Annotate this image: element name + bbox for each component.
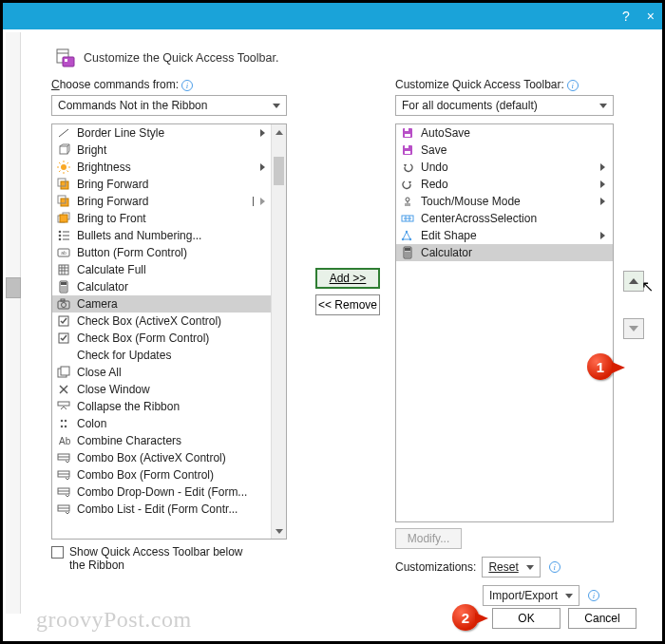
scroll-thumb[interactable]: [274, 157, 284, 185]
list-item-label: Calculate Full: [77, 263, 267, 276]
list-item[interactable]: Check for Updates: [52, 347, 271, 364]
svg-point-95: [408, 254, 410, 256]
list-item[interactable]: [52, 518, 271, 535]
submenu-caret-icon: [260, 129, 265, 137]
colon-icon: [56, 416, 71, 431]
qat-listbox[interactable]: AutoSaveSaveUndoRedoTouch/Mouse ModeCent…: [395, 123, 614, 522]
list-item[interactable]: Save: [396, 142, 613, 159]
close-button[interactable]: ×: [647, 9, 655, 23]
list-item[interactable]: Combo Box (ActiveX Control): [52, 449, 271, 466]
list-item[interactable]: Camera: [52, 295, 271, 313]
help-button[interactable]: ?: [622, 9, 630, 23]
info-icon[interactable]: i: [549, 561, 560, 573]
list-item-label: Border Line Style: [77, 126, 255, 140]
choose-commands-dropdown[interactable]: Commands Not in the Ribbon: [51, 95, 287, 116]
import-export-dropdown[interactable]: Import/Export: [483, 585, 580, 606]
svg-line-18: [59, 171, 61, 173]
list-item[interactable]: Check Box (ActiveX Control): [52, 313, 271, 330]
list-item[interactable]: AutoSave: [396, 124, 613, 142]
scrollbar[interactable]: [271, 124, 286, 539]
svg-point-31: [59, 238, 62, 241]
dialog-title: Customize the Quick Access Toolbar.: [84, 51, 278, 65]
svg-rect-79: [405, 151, 410, 154]
list-item[interactable]: Collapse the Ribbon: [52, 398, 271, 415]
checkbox-checked-icon: [56, 313, 71, 329]
reset-dropdown[interactable]: Reset: [482, 557, 540, 578]
svg-text:Ab: Ab: [59, 436, 70, 446]
list-item[interactable]: Colon: [52, 415, 271, 432]
svg-rect-60: [58, 402, 69, 406]
choose-commands-label: Choose commands from:i: [51, 78, 300, 91]
ok-button[interactable]: OK: [492, 608, 560, 629]
list-item[interactable]: Bring to Front: [52, 210, 271, 227]
list-item[interactable]: CenterAcrossSelection: [396, 210, 613, 227]
svg-point-90: [405, 252, 407, 254]
svg-point-44: [65, 286, 66, 288]
list-item[interactable]: Calculator: [52, 278, 271, 295]
svg-rect-41: [61, 282, 66, 285]
scroll-up[interactable]: [272, 124, 286, 140]
list-item[interactable]: Bright: [52, 142, 271, 159]
list-item[interactable]: Touch/Mouse Mode: [396, 193, 613, 210]
customize-qat-dropdown[interactable]: For all documents (default): [395, 95, 614, 116]
info-icon[interactable]: i: [588, 590, 599, 601]
move-up-button[interactable]: [623, 271, 644, 292]
list-item[interactable]: abButton (Form Control): [52, 244, 271, 261]
list-item[interactable]: Check Box (Form Control): [52, 330, 271, 347]
list-item-label: Check for Updates: [77, 349, 267, 362]
list-item-label: Button (Form Control): [77, 246, 267, 259]
list-item[interactable]: Calculator: [396, 244, 613, 261]
svg-line-19: [67, 162, 69, 164]
list-item[interactable]: Bullets and Numbering...: [52, 227, 271, 244]
list-item[interactable]: Calculate Full: [52, 261, 271, 278]
remove-button[interactable]: << Remove: [315, 294, 380, 315]
list-item-label: Bring to Front: [77, 212, 267, 225]
cancel-button[interactable]: Cancel: [568, 608, 636, 629]
info-icon[interactable]: i: [567, 80, 579, 91]
svg-point-45: [61, 288, 63, 290]
list-item-label: Save: [421, 143, 446, 157]
svg-point-85: [402, 238, 404, 240]
collapse-icon: [56, 399, 71, 414]
modify-button: Modify...: [395, 528, 462, 549]
add-button[interactable]: Add >>: [315, 268, 380, 289]
chevron-down-icon: [565, 594, 573, 598]
show-below-ribbon-checkbox[interactable]: Show Quick Access Toolbar below the Ribb…: [51, 545, 260, 572]
move-down-button[interactable]: [623, 318, 644, 339]
scroll-down[interactable]: [272, 523, 286, 539]
info-icon[interactable]: i: [181, 80, 193, 91]
close-x-icon: [56, 382, 71, 397]
nav-sliver-selected[interactable]: [6, 277, 21, 298]
svg-rect-57: [61, 367, 69, 375]
customize-qat-label: Customize Quick Access Toolbar:i: [395, 78, 648, 91]
svg-point-46: [63, 288, 65, 290]
list-item-label: Colon: [77, 417, 267, 430]
list-item[interactable]: Bring Forward: [52, 176, 271, 193]
list-item[interactable]: Edit Shape: [396, 227, 613, 244]
svg-point-49: [63, 290, 65, 292]
list-item[interactable]: Border Line Style: [52, 124, 271, 142]
list-item-label: Undo: [421, 161, 448, 174]
triangle-up-icon: [629, 278, 638, 284]
list-item[interactable]: Combo Drop-Down - Edit (Form...: [52, 483, 271, 501]
list-item[interactable]: Brightness: [52, 159, 271, 176]
list-item[interactable]: Undo: [396, 159, 613, 176]
svg-point-50: [65, 290, 66, 292]
bring-front-icon: [56, 211, 71, 226]
list-item-label: Combo List - Edit (Form Contr...: [77, 502, 267, 516]
commands-listbox[interactable]: Border Line StyleBrightBrightnessBring F…: [51, 123, 287, 540]
list-item[interactable]: Redo: [396, 176, 613, 193]
list-item[interactable]: AbCombine Characters: [52, 432, 271, 449]
list-item[interactable]: Bring Forward: [52, 193, 271, 210]
list-item[interactable]: Combo List - Edit (Form Contr...: [52, 501, 271, 518]
list-item[interactable]: Combo Box (Form Control): [52, 466, 271, 483]
list-item-label: AutoSave: [421, 126, 470, 140]
submenu-caret-icon: [260, 163, 265, 171]
list-item[interactable]: Close Window: [52, 381, 271, 398]
dialog-header: Customize the Quick Access Toolbar.: [21, 32, 659, 78]
chevron-down-icon: [526, 565, 534, 570]
list-item-label: Bright: [77, 143, 267, 157]
list-item[interactable]: Close All: [52, 364, 271, 381]
calculator-icon: [400, 245, 415, 260]
sun-icon: [56, 160, 71, 175]
